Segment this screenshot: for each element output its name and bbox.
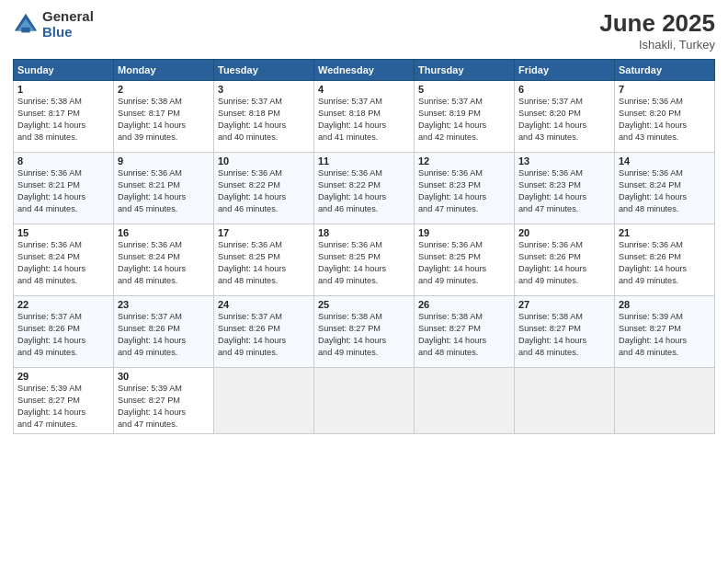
- table-row: 28Sunrise: 5:39 AMSunset: 8:27 PMDayligh…: [615, 296, 715, 368]
- table-row: 25Sunrise: 5:38 AMSunset: 8:27 PMDayligh…: [314, 296, 415, 368]
- table-row: 3Sunrise: 5:37 AMSunset: 8:18 PMDaylight…: [214, 81, 314, 153]
- day-info: Sunrise: 5:37 AMSunset: 8:26 PMDaylight:…: [17, 312, 85, 357]
- table-row: 11Sunrise: 5:36 AMSunset: 8:22 PMDayligh…: [314, 153, 415, 224]
- col-wednesday: Wednesday: [314, 60, 415, 81]
- table-row: 12Sunrise: 5:36 AMSunset: 8:23 PMDayligh…: [415, 153, 515, 224]
- table-row: 1Sunrise: 5:38 AMSunset: 8:17 PMDaylight…: [14, 81, 114, 153]
- day-info: Sunrise: 5:37 AMSunset: 8:19 PMDaylight:…: [418, 97, 486, 142]
- day-info: Sunrise: 5:36 AMSunset: 8:25 PMDaylight:…: [418, 240, 486, 285]
- table-row: 19Sunrise: 5:36 AMSunset: 8:25 PMDayligh…: [415, 224, 515, 296]
- table-row: 16Sunrise: 5:36 AMSunset: 8:24 PMDayligh…: [114, 224, 214, 296]
- day-info: Sunrise: 5:36 AMSunset: 8:23 PMDaylight:…: [418, 168, 486, 213]
- table-row: 20Sunrise: 5:36 AMSunset: 8:26 PMDayligh…: [515, 224, 615, 296]
- table-row: 14Sunrise: 5:36 AMSunset: 8:24 PMDayligh…: [615, 153, 715, 224]
- day-number: 10: [218, 155, 310, 167]
- day-info: Sunrise: 5:38 AMSunset: 8:27 PMDaylight:…: [418, 312, 486, 357]
- day-number: 7: [619, 84, 711, 95]
- day-number: 25: [318, 299, 410, 310]
- header-row: Sunday Monday Tuesday Wednesday Thursday…: [14, 60, 715, 81]
- day-number: 20: [518, 227, 610, 238]
- day-info: Sunrise: 5:36 AMSunset: 8:25 PMDaylight:…: [218, 240, 286, 285]
- logo-text: General Blue: [42, 9, 94, 40]
- col-tuesday: Tuesday: [214, 60, 314, 81]
- day-info: Sunrise: 5:37 AMSunset: 8:18 PMDaylight:…: [218, 97, 286, 142]
- day-number: 18: [318, 227, 410, 238]
- day-number: 15: [17, 227, 109, 238]
- day-number: 1: [17, 84, 109, 95]
- table-row: 4Sunrise: 5:37 AMSunset: 8:18 PMDaylight…: [314, 81, 415, 153]
- logo-icon: [13, 12, 39, 38]
- day-number: 14: [619, 155, 711, 167]
- day-info: Sunrise: 5:37 AMSunset: 8:26 PMDaylight:…: [218, 312, 286, 357]
- day-number: 4: [318, 84, 410, 95]
- day-number: 23: [118, 299, 210, 310]
- day-info: Sunrise: 5:36 AMSunset: 8:25 PMDaylight:…: [318, 240, 386, 285]
- week-row-3: 15Sunrise: 5:36 AMSunset: 8:24 PMDayligh…: [14, 224, 715, 296]
- day-info: Sunrise: 5:37 AMSunset: 8:20 PMDaylight:…: [518, 97, 586, 142]
- col-sunday: Sunday: [14, 60, 114, 81]
- table-row: 6Sunrise: 5:37 AMSunset: 8:20 PMDaylight…: [515, 81, 615, 153]
- day-info: Sunrise: 5:36 AMSunset: 8:21 PMDaylight:…: [118, 168, 186, 213]
- table-row: 27Sunrise: 5:38 AMSunset: 8:27 PMDayligh…: [515, 296, 615, 368]
- table-row: [415, 368, 515, 434]
- day-info: Sunrise: 5:36 AMSunset: 8:24 PMDaylight:…: [619, 168, 687, 213]
- table-row: 2Sunrise: 5:38 AMSunset: 8:17 PMDaylight…: [114, 81, 214, 153]
- day-info: Sunrise: 5:37 AMSunset: 8:26 PMDaylight:…: [118, 312, 186, 357]
- table-row: 7Sunrise: 5:36 AMSunset: 8:20 PMDaylight…: [615, 81, 715, 153]
- logo-general: General: [42, 9, 94, 25]
- day-info: Sunrise: 5:36 AMSunset: 8:24 PMDaylight:…: [17, 240, 85, 285]
- col-thursday: Thursday: [415, 60, 515, 81]
- day-number: 11: [318, 155, 410, 167]
- svg-rect-2: [21, 27, 29, 32]
- day-info: Sunrise: 5:36 AMSunset: 8:22 PMDaylight:…: [218, 168, 286, 213]
- table-row: 17Sunrise: 5:36 AMSunset: 8:25 PMDayligh…: [214, 224, 314, 296]
- table-row: 21Sunrise: 5:36 AMSunset: 8:26 PMDayligh…: [615, 224, 715, 296]
- day-info: Sunrise: 5:38 AMSunset: 8:27 PMDaylight:…: [318, 312, 386, 357]
- day-number: 3: [218, 84, 310, 95]
- table-row: [314, 368, 415, 434]
- table-row: 29Sunrise: 5:39 AMSunset: 8:27 PMDayligh…: [14, 368, 114, 434]
- table-row: [515, 368, 615, 434]
- col-saturday: Saturday: [615, 60, 715, 81]
- day-info: Sunrise: 5:36 AMSunset: 8:24 PMDaylight:…: [118, 240, 186, 285]
- table-row: 10Sunrise: 5:36 AMSunset: 8:22 PMDayligh…: [214, 153, 314, 224]
- day-number: 5: [418, 84, 510, 95]
- day-number: 12: [418, 155, 510, 167]
- table-row: [214, 368, 314, 434]
- day-number: 13: [518, 155, 610, 167]
- table-row: 8Sunrise: 5:36 AMSunset: 8:21 PMDaylight…: [14, 153, 114, 224]
- day-number: 8: [17, 155, 109, 167]
- day-info: Sunrise: 5:36 AMSunset: 8:20 PMDaylight:…: [619, 97, 687, 142]
- table-row: 9Sunrise: 5:36 AMSunset: 8:21 PMDaylight…: [114, 153, 214, 224]
- col-monday: Monday: [114, 60, 214, 81]
- page: General Blue June 2025 Ishakli, Turkey S…: [0, 0, 728, 563]
- day-number: 2: [118, 84, 210, 95]
- day-number: 26: [418, 299, 510, 310]
- table-row: 15Sunrise: 5:36 AMSunset: 8:24 PMDayligh…: [14, 224, 114, 296]
- day-number: 16: [118, 227, 210, 238]
- day-info: Sunrise: 5:39 AMSunset: 8:27 PMDaylight:…: [619, 312, 687, 357]
- day-info: Sunrise: 5:36 AMSunset: 8:26 PMDaylight:…: [518, 240, 586, 285]
- table-row: 13Sunrise: 5:36 AMSunset: 8:23 PMDayligh…: [515, 153, 615, 224]
- week-row-5: 29Sunrise: 5:39 AMSunset: 8:27 PMDayligh…: [14, 368, 715, 434]
- day-number: 21: [619, 227, 711, 238]
- logo: General Blue: [13, 9, 94, 40]
- calendar-subtitle: Ishakli, Turkey: [599, 38, 715, 52]
- day-info: Sunrise: 5:38 AMSunset: 8:17 PMDaylight:…: [17, 97, 85, 142]
- day-info: Sunrise: 5:36 AMSunset: 8:22 PMDaylight:…: [318, 168, 386, 213]
- table-row: 5Sunrise: 5:37 AMSunset: 8:19 PMDaylight…: [415, 81, 515, 153]
- day-info: Sunrise: 5:38 AMSunset: 8:27 PMDaylight:…: [518, 312, 586, 357]
- logo-blue: Blue: [42, 25, 94, 40]
- day-number: 6: [518, 84, 610, 95]
- day-number: 9: [118, 155, 210, 167]
- calendar-table: Sunday Monday Tuesday Wednesday Thursday…: [13, 59, 715, 434]
- calendar-title: June 2025: [599, 9, 715, 38]
- day-number: 28: [619, 299, 711, 310]
- day-number: 17: [218, 227, 310, 238]
- week-row-4: 22Sunrise: 5:37 AMSunset: 8:26 PMDayligh…: [14, 296, 715, 368]
- table-row: 23Sunrise: 5:37 AMSunset: 8:26 PMDayligh…: [114, 296, 214, 368]
- day-info: Sunrise: 5:36 AMSunset: 8:26 PMDaylight:…: [619, 240, 687, 285]
- day-info: Sunrise: 5:39 AMSunset: 8:27 PMDaylight:…: [17, 384, 85, 429]
- table-row: 24Sunrise: 5:37 AMSunset: 8:26 PMDayligh…: [214, 296, 314, 368]
- header: General Blue June 2025 Ishakli, Turkey: [13, 9, 715, 52]
